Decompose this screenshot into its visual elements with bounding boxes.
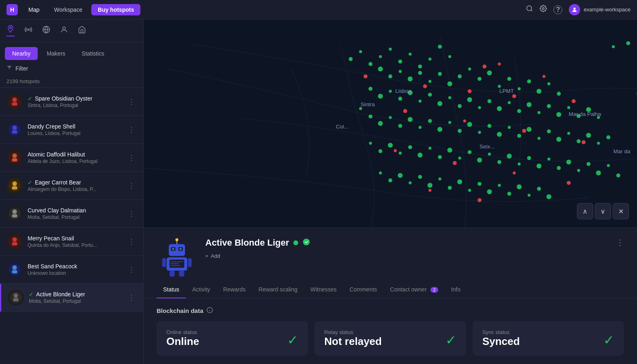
svg-point-119 bbox=[388, 143, 393, 148]
item-menu-button[interactable]: ⋮ bbox=[126, 236, 137, 248]
hotspot-location: Loures, Lisboa, Portugal bbox=[28, 131, 121, 136]
svg-point-214 bbox=[303, 238, 310, 245]
svg-point-145 bbox=[398, 173, 402, 178]
map-close-button[interactable]: ✕ bbox=[613, 203, 629, 219]
list-item[interactable]: Curved Clay Dalmatian Moita, Setúbal, Po… bbox=[0, 200, 143, 228]
plus-icon: + bbox=[205, 253, 209, 259]
tab-status[interactable]: Status bbox=[157, 281, 186, 298]
avatar bbox=[6, 206, 23, 222]
map-area[interactable]: Lisboa LPMT Mar da Palha Alcoc... Sintra… bbox=[144, 19, 637, 227]
svg-point-128 bbox=[477, 158, 482, 163]
buy-hotspots-button[interactable]: Buy hotspots bbox=[91, 4, 140, 15]
location-icon[interactable] bbox=[42, 26, 50, 36]
relay-status-content: Relay status Not relayed bbox=[324, 329, 382, 348]
check-icon: ✓ bbox=[28, 179, 32, 186]
svg-rect-210 bbox=[162, 258, 166, 267]
hotspot-name: Dandy Crepe Shell bbox=[28, 123, 121, 130]
filter-button[interactable]: Filter bbox=[0, 60, 143, 77]
top-navigation: H Map Workspace Buy hotspots ? example-w… bbox=[0, 0, 637, 19]
settings-icon[interactable] bbox=[540, 5, 547, 14]
svg-point-51 bbox=[408, 76, 413, 81]
nav-tab-workspace[interactable]: Workspace bbox=[48, 4, 88, 15]
map-navigation-buttons: ∧ ∨ ✕ bbox=[577, 203, 629, 219]
add-button[interactable]: + Add bbox=[205, 251, 608, 261]
list-item[interactable]: ✓ Spare Obsidian Oyster Sintra, Lisboa, … bbox=[0, 88, 143, 116]
svg-point-96 bbox=[408, 117, 413, 122]
svg-point-16 bbox=[12, 126, 17, 130]
svg-point-92 bbox=[368, 115, 372, 119]
tab-info[interactable]: Info bbox=[445, 281, 467, 298]
svg-point-143 bbox=[379, 171, 382, 174]
tab-rewards[interactable]: Rewards bbox=[217, 281, 252, 298]
svg-point-167 bbox=[626, 41, 630, 45]
item-menu-button[interactable]: ⋮ bbox=[126, 208, 137, 220]
svg-point-111 bbox=[556, 137, 561, 141]
item-menu-button[interactable]: ⋮ bbox=[126, 291, 137, 304]
tab-comments[interactable]: Comments bbox=[343, 281, 384, 298]
list-item[interactable]: Best Sand Peacock Unknown location ⋮ bbox=[0, 256, 143, 284]
tab-statistics[interactable]: Statistics bbox=[74, 47, 112, 60]
avatar bbox=[6, 233, 23, 250]
item-menu-button[interactable]: ⋮ bbox=[126, 96, 137, 108]
list-item[interactable]: Dandy Crepe Shell Loures, Lisboa, Portug… bbox=[0, 116, 143, 144]
svg-point-62 bbox=[518, 87, 521, 90]
tab-witnesses[interactable]: Witnesses bbox=[304, 281, 343, 298]
online-status-dot bbox=[293, 240, 298, 245]
svg-point-31 bbox=[12, 266, 17, 270]
svg-text:Mar da Palha: Mar da Palha bbox=[569, 111, 601, 117]
list-item[interactable]: Atomic Daffodil Halibut Aldeia de Juzo, … bbox=[0, 144, 143, 172]
svg-point-87 bbox=[567, 106, 570, 109]
svg-point-129 bbox=[488, 153, 491, 156]
item-menu-button[interactable]: ⋮ bbox=[126, 180, 137, 192]
list-item[interactable]: ✓ Active Blonde Liger Moita, Setúbal, Po… bbox=[0, 284, 143, 312]
tab-makers[interactable]: Makers bbox=[39, 47, 73, 60]
hotspot-name: Atomic Daffodil Halibut bbox=[28, 151, 121, 158]
svg-point-150 bbox=[448, 186, 452, 190]
tab-contact-owner[interactable]: Contact owner 2 bbox=[383, 281, 444, 298]
hotspot-title: Active Blonde Liger bbox=[205, 238, 289, 248]
item-menu-button[interactable]: ⋮ bbox=[126, 263, 137, 276]
item-menu-button[interactable]: ⋮ bbox=[126, 152, 137, 164]
svg-point-59 bbox=[487, 71, 492, 75]
svg-point-160 bbox=[547, 194, 551, 199]
list-item[interactable]: Merry Pecan Snail Quinta do Anjo, Setúba… bbox=[0, 228, 143, 256]
map-next-button[interactable]: ∨ bbox=[595, 203, 611, 219]
hotspot-location: Moita, Setúbal, Portugal bbox=[29, 298, 121, 304]
list-item[interactable]: ✓ Eager Carrot Bear Almargem do Bispo, L… bbox=[0, 172, 143, 200]
svg-point-44 bbox=[418, 64, 422, 69]
svg-point-133 bbox=[527, 156, 531, 160]
detail-menu-button[interactable]: ⋮ bbox=[616, 238, 624, 247]
search-icon[interactable] bbox=[526, 5, 533, 14]
svg-point-40 bbox=[379, 55, 382, 58]
svg-point-204 bbox=[179, 248, 181, 250]
svg-rect-32 bbox=[12, 270, 17, 274]
topnav-right-section: ? example-workspace bbox=[526, 4, 631, 15]
svg-point-131 bbox=[507, 154, 512, 158]
svg-point-138 bbox=[577, 169, 580, 172]
svg-point-78 bbox=[478, 106, 481, 109]
tab-nearby[interactable]: Nearby bbox=[5, 47, 38, 60]
user-menu[interactable]: example-workspace bbox=[569, 4, 631, 15]
hotspot-icon[interactable] bbox=[6, 25, 15, 36]
home-icon[interactable] bbox=[78, 26, 86, 36]
tab-activity[interactable]: Activity bbox=[186, 281, 217, 298]
hotspot-location: Moita, Setúbal, Portugal bbox=[28, 214, 121, 220]
svg-point-149 bbox=[438, 178, 441, 180]
app-logo: H bbox=[6, 4, 18, 15]
person-icon[interactable] bbox=[60, 26, 68, 36]
nav-tab-map[interactable]: Map bbox=[23, 4, 45, 15]
svg-point-74 bbox=[437, 101, 442, 106]
svg-point-179 bbox=[394, 149, 397, 152]
item-menu-button[interactable]: ⋮ bbox=[126, 124, 137, 136]
sync-status-content: Sync status Synced bbox=[482, 329, 520, 348]
help-icon[interactable]: ? bbox=[553, 5, 562, 14]
svg-point-137 bbox=[566, 160, 571, 165]
svg-point-148 bbox=[428, 183, 433, 188]
svg-rect-20 bbox=[12, 158, 17, 162]
svg-point-25 bbox=[12, 210, 17, 214]
tab-reward-scaling[interactable]: Reward scaling bbox=[252, 281, 304, 298]
map-prev-button[interactable]: ∧ bbox=[577, 203, 593, 219]
hotspot-icon2[interactable] bbox=[24, 26, 32, 36]
svg-point-39 bbox=[368, 62, 372, 66]
svg-point-175 bbox=[403, 109, 407, 113]
